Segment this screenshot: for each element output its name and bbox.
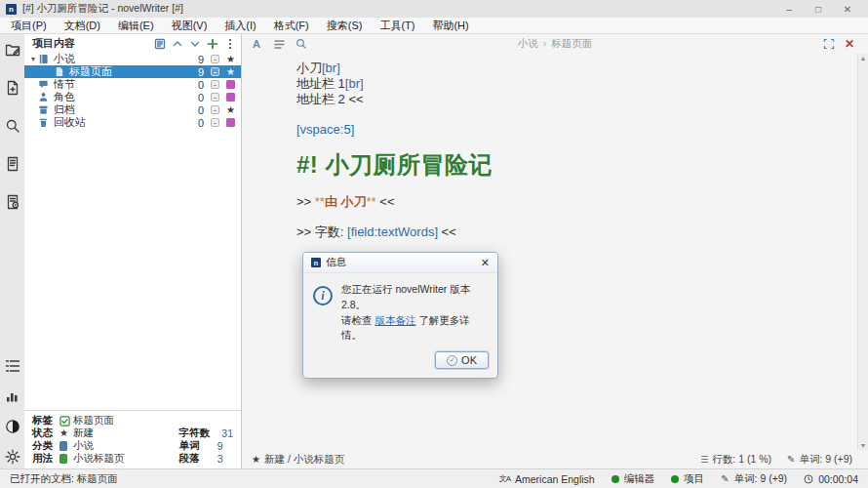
document-status-label: 新建 / 小说标题页: [264, 453, 344, 467]
ok-check-icon: ✓: [447, 355, 457, 366]
info-icon: i: [313, 286, 333, 305]
dialog-titlebar[interactable]: n 信息 ✕: [303, 253, 497, 273]
menu-item-edit[interactable]: 编辑(E): [109, 18, 163, 33]
menu-item-help[interactable]: 帮助(H): [423, 18, 477, 33]
active-checkbox-icon: [211, 93, 219, 102]
minimize-button[interactable]: –: [774, 4, 804, 15]
novelwriter-window: n [#] 小刀厕所冒险记 - novelWriter [#] – □ ✕ 项目…: [0, 0, 868, 488]
editor-paragraph: 小刀[br]地址栏 1[br]地址栏 2 <<: [296, 61, 800, 107]
move-up-icon[interactable]: [171, 37, 183, 50]
word-counter: ✎ 单词: 9 (+9): [787, 453, 852, 467]
stats-icon[interactable]: [4, 387, 20, 404]
tree-item-flag: ★: [224, 105, 237, 115]
outline-menu-icon[interactable]: [272, 37, 286, 51]
menu-item-document[interactable]: 文档(D): [56, 18, 109, 33]
project-panel-toolbar: [153, 37, 236, 50]
star-icon: ★: [59, 428, 73, 438]
novel-square-icon: [59, 441, 73, 451]
editor-line: 地址栏 1[br]: [296, 76, 800, 92]
editor-search-icon[interactable]: [295, 37, 308, 51]
detail-row-status: 状态★新建: [32, 427, 125, 439]
menu-item-view[interactable]: 视图(V): [163, 18, 217, 33]
document-stats: 字符数31单词9段落3: [179, 415, 234, 465]
manuscript-icon[interactable]: [4, 193, 20, 210]
dialog-message-line1: 您正在运行 novelWriter 版本 2.8。: [341, 283, 470, 310]
novelwriter-logo-icon: n: [6, 4, 17, 15]
release-notes-link[interactable]: 版本备注: [375, 314, 415, 326]
format-text-icon[interactable]: A: [250, 37, 263, 51]
detail-rows: 标签标题页面状态★新建分类小说用法小说标题页: [32, 415, 125, 465]
project-panel-title: 项目内容: [32, 36, 75, 51]
spell-language[interactable]: 文A American English: [499, 473, 595, 485]
editor-text-segment: 地址栏 2 <<: [296, 92, 364, 106]
tree-item-flag: [224, 93, 237, 102]
theme-icon[interactable]: [4, 418, 20, 434]
scroll-up-icon[interactable]: ▲: [860, 55, 867, 61]
list-icon[interactable]: [4, 357, 20, 374]
window-title: [#] 小刀厕所冒险记 - novelWriter [#]: [22, 2, 183, 16]
outline-icon[interactable]: [4, 155, 20, 172]
menu-item-format[interactable]: 格式(F): [265, 18, 318, 33]
trash-icon: [38, 117, 51, 129]
ok-button[interactable]: ✓ OK: [435, 351, 489, 369]
close-button[interactable]: ✕: [833, 4, 862, 15]
editor-paragraph: >> 字数: [field:textWords] <<: [296, 224, 800, 240]
close-document-icon[interactable]: ✕: [845, 38, 854, 50]
tree-item-flag: [224, 118, 237, 127]
detail-value: 标题页面: [73, 414, 114, 427]
tree-caret-icon[interactable]: ▾: [28, 55, 38, 63]
breadcrumb: 小说›标题页面: [518, 37, 593, 51]
editor-text-segment: 地址栏 1: [296, 76, 345, 91]
book-icon: [38, 54, 51, 65]
detail-value: 小说标题页: [73, 452, 125, 466]
detail-row-usage: 用法小说标题页: [32, 453, 125, 465]
editor-text-segment: **: [367, 194, 376, 209]
detail-value: 新建: [73, 427, 94, 440]
editor-line: 小刀[br]: [296, 61, 800, 76]
editor-status: 编辑器: [612, 472, 655, 486]
new-document-icon[interactable]: [4, 79, 20, 96]
scroll-down-icon[interactable]: ▼: [860, 442, 867, 449]
editor-paragraph: [vspace:5]: [296, 122, 800, 138]
detail-row-label: 标签标题页面: [32, 415, 125, 427]
session-timer[interactable]: 00:00:04: [804, 473, 858, 485]
editor-text-segment: <<: [438, 224, 456, 239]
dialog-close-icon[interactable]: ✕: [481, 257, 490, 269]
editor-scrollbar[interactable]: ▲ ▼: [857, 54, 868, 450]
search-icon[interactable]: [4, 117, 20, 134]
breadcrumb-item[interactable]: 小说: [518, 37, 538, 51]
document-status-footer: ★ 新建 / 小说标题页: [252, 453, 344, 467]
project-status-label: 项目: [684, 472, 704, 486]
breadcrumb-item[interactable]: 标题页面: [551, 37, 592, 51]
session-words: ✎ 单词: 9 (+9): [721, 472, 787, 486]
maximize-button[interactable]: □: [804, 4, 833, 15]
settings-icon[interactable]: [4, 448, 20, 465]
move-down-icon[interactable]: [188, 37, 201, 50]
stat-row-characters: 字符数31: [179, 427, 234, 439]
tree-item-count: 9: [184, 66, 204, 78]
tree-item-count: 0: [184, 79, 204, 91]
stat-value: 3: [200, 453, 223, 465]
tree-item-trash[interactable]: 回收站0: [24, 116, 241, 129]
detail-value: 小说: [73, 439, 94, 453]
menu-item-tools[interactable]: 工具(T): [371, 18, 423, 33]
session-words-label: 单词: 9 (+9): [734, 472, 788, 486]
dialog-message-line2-prefix: 请检查: [341, 314, 375, 326]
editor-text-segment: 由 小刀: [325, 194, 367, 209]
session-timer-label: 00:00:04: [818, 473, 858, 485]
menu-item-insert[interactable]: 插入(I): [216, 18, 264, 33]
detail-label: 状态: [32, 427, 59, 440]
dialog-message: 您正在运行 novelWriter 版本 2.8。 请检查 版本备注 了解更多详…: [341, 282, 488, 344]
add-icon[interactable]: [206, 37, 218, 50]
details-icon[interactable]: [153, 37, 166, 50]
editor-text-segment: #! 小刀厕所冒险记: [296, 151, 493, 178]
menu-item-search[interactable]: 搜索(S): [318, 18, 372, 33]
menu-item-project[interactable]: 项目(P): [2, 18, 56, 33]
window-titlebar[interactable]: n [#] 小刀厕所冒险记 - novelWriter [#] – □ ✕: [0, 0, 868, 18]
detail-label: 分类: [32, 439, 59, 453]
focus-mode-icon[interactable]: [822, 37, 836, 51]
novelwriter-logo-icon: n: [311, 258, 321, 267]
project-icon[interactable]: [4, 41, 20, 58]
stat-label: 单词: [179, 439, 200, 453]
menu-icon[interactable]: [223, 37, 236, 50]
